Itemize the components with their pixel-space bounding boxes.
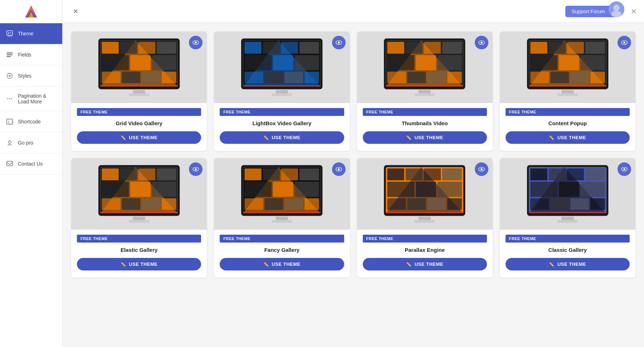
eye-icon [192,39,199,46]
svg-rect-119 [122,198,140,210]
free-badge: FREE THEME [77,235,201,243]
styles-icon [6,72,14,80]
svg-rect-97 [580,55,605,70]
sidebar-label-theme: Theme [18,31,34,36]
pencil-icon: ✏️ [406,135,412,140]
svg-rect-155 [387,182,415,197]
monitor-preview [367,162,482,226]
pencil-icon: ✏️ [549,262,555,267]
svg-rect-81 [448,72,462,83]
use-theme-label: USE THEME [272,262,300,267]
svg-rect-113 [138,168,155,180]
pencil-icon: ✏️ [406,262,412,267]
sidebar-label-styles: Styles [18,73,31,79]
svg-rect-116 [130,182,151,197]
use-theme-button[interactable]: ✏️ USE THEME [77,258,201,270]
main-area: ✕ Support Forum ✕ [63,0,644,347]
svg-rect-166 [557,220,578,223]
sidebar-item-contact[interactable]: Contact Us [0,153,62,175]
svg-rect-133 [281,168,298,180]
svg-rect-96 [559,55,579,70]
free-badge: FREE THEME [220,108,344,116]
theme-title: Elastic Gallery [77,247,201,253]
preview-eye-button[interactable] [189,162,203,176]
topbar-close-button[interactable]: ✕ [631,7,637,16]
sidebar-item-theme[interactable]: Theme [0,23,62,44]
svg-rect-59 [265,72,283,83]
svg-rect-141 [304,198,319,210]
monitor-preview [510,35,625,99]
svg-rect-62 [243,85,321,87]
svg-rect-182 [529,212,606,213]
svg-rect-153 [424,168,441,180]
svg-point-21 [613,5,620,11]
use-theme-label: USE THEME [415,262,443,267]
theme-title: Thumbnails Video [363,120,487,126]
theme-title: Classic Gallery [506,247,630,253]
fields-icon [6,51,14,59]
theme-icon [6,30,14,38]
free-badge: FREE THEME [363,235,487,243]
svg-rect-161 [448,198,462,210]
use-theme-button[interactable]: ✏️ USE THEME [506,131,630,144]
free-badge: FREE THEME [363,108,487,116]
use-theme-button[interactable]: ✏️ USE THEME [220,258,344,270]
preview-eye-button[interactable] [618,162,631,176]
theme-card: FREE THEME Classic Gallery ✏️ USE THEME [500,158,635,278]
svg-rect-156 [416,182,436,197]
svg-rect-122 [101,212,178,213]
pencil-icon: ✏️ [121,262,126,267]
use-theme-button[interactable]: ✏️ USE THEME [77,131,201,144]
theme-card: FREE THEME Elastic Gallery ✏️ USE THEME [71,158,207,278]
svg-rect-159 [408,198,426,210]
svg-rect-140 [284,198,303,210]
use-theme-button[interactable]: ✏️ USE THEME [363,258,487,270]
svg-rect-82 [386,85,463,87]
eye-icon [478,166,485,172]
use-theme-button[interactable]: ✏️ USE THEME [363,131,487,144]
eye-icon [336,166,342,172]
preview-eye-button[interactable] [332,162,346,176]
preview-eye-button[interactable] [332,36,346,49]
sidebar-item-styles[interactable]: Styles [0,65,62,87]
monitor-wrapper [357,31,493,103]
pencil-icon: ✏️ [263,135,269,140]
svg-rect-7 [7,53,13,54]
svg-rect-114 [157,168,176,180]
pencil-icon: ✏️ [263,262,269,267]
preview-eye-button[interactable] [618,36,631,49]
svg-rect-132 [263,168,280,180]
use-theme-label: USE THEME [272,135,300,140]
use-theme-label: USE THEME [415,135,443,140]
use-theme-button[interactable]: ✏️ USE THEME [506,258,630,270]
svg-rect-55 [245,55,272,70]
sidebar-item-fields[interactable]: Fields [0,44,62,65]
svg-rect-137 [295,182,319,197]
use-theme-button[interactable]: ✏️ USE THEME [220,131,344,144]
svg-rect-94 [585,42,605,54]
use-theme-label: USE THEME [129,135,157,140]
support-forum-button[interactable]: Support Forum [565,6,618,17]
svg-rect-6 [8,36,12,36]
monitor-preview [224,35,340,99]
svg-point-14 [9,98,10,99]
preview-eye-button[interactable] [475,162,488,176]
preview-eye-button[interactable] [189,36,203,49]
sidebar-label-contact: Contact Us [18,161,43,167]
svg-rect-52 [263,42,280,54]
svg-rect-146 [415,220,435,223]
sidebar-item-pagination[interactable]: Pagination & Load More [0,87,62,111]
svg-rect-71 [387,42,404,54]
svg-rect-134 [299,168,319,180]
svg-rect-106 [129,220,149,223]
svg-rect-142 [243,212,321,213]
svg-rect-99 [550,72,569,83]
sidebar-item-gopro[interactable]: Go pro [0,132,62,153]
close-panel-button[interactable]: ✕ [70,6,81,17]
preview-eye-button[interactable] [475,36,488,49]
svg-rect-42 [101,85,178,87]
sidebar-item-shortcode[interactable]: { } Shortcode [0,111,62,132]
theme-card: FREE THEME Parallax Engine ✏️ USE THEME [357,158,493,278]
card-preview-5 [71,158,207,230]
eye-icon [336,39,342,46]
